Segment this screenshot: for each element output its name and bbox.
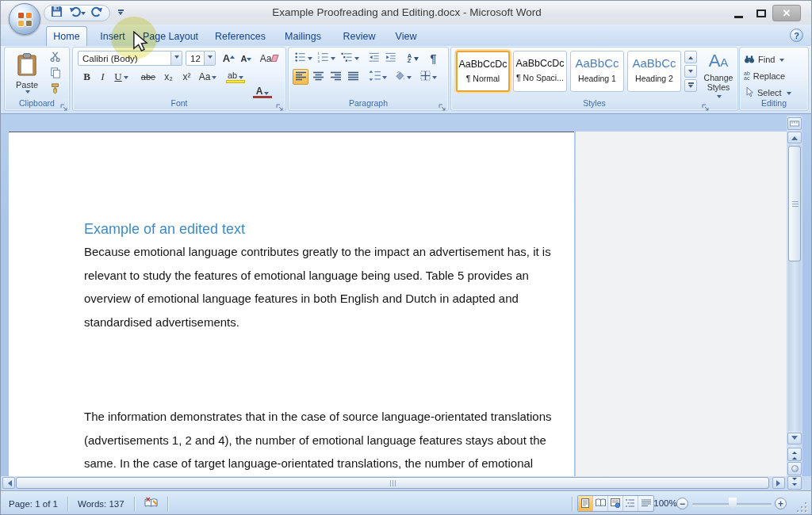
shrink-font-button[interactable]: A	[238, 51, 255, 66]
find-button[interactable]: Find	[744, 52, 806, 67]
align-right-button[interactable]	[327, 69, 343, 85]
subscript-button[interactable]: x₂	[160, 69, 177, 85]
justify-button[interactable]	[345, 69, 361, 85]
tab-mailings[interactable]: Mailings	[276, 26, 330, 46]
font-name-combo[interactable]: Calibri (Body)	[78, 51, 182, 66]
tab-review[interactable]: Review	[336, 26, 382, 46]
ribbon: Paste Clipboard Calibri (Body)	[1, 46, 812, 114]
bullets-button[interactable]	[293, 51, 314, 66]
page-indicator[interactable]: Page: 1 of 1	[6, 495, 61, 513]
replace-button[interactable]: abac Replace	[744, 69, 806, 83]
group-editing: Find abac Replace Select Editing	[739, 47, 809, 111]
paste-button[interactable]: Paste	[10, 50, 44, 99]
bold-button[interactable]: B	[79, 69, 94, 85]
tab-insert[interactable]: Insert	[94, 26, 132, 46]
shading-button[interactable]	[392, 69, 414, 85]
change-case-button[interactable]: Aa	[197, 69, 219, 85]
numbering-button[interactable]: 123	[316, 51, 337, 66]
word-count[interactable]: Words: 137	[75, 495, 128, 513]
horizontal-scroll-thumb[interactable]	[16, 477, 769, 489]
divider	[572, 497, 573, 511]
web-layout-view-button[interactable]	[608, 496, 623, 511]
style-no-spacing[interactable]: AaBbCcDc ¶ No Spaci...	[513, 51, 567, 92]
scroll-left-button[interactable]	[2, 477, 15, 489]
select-browse-object-button[interactable]	[787, 462, 802, 475]
underline-button[interactable]: U	[111, 69, 132, 85]
next-page-button[interactable]	[787, 476, 802, 490]
document-heading: Example of an edited text	[84, 221, 245, 238]
grow-font-button[interactable]: A	[220, 51, 237, 66]
tab-home[interactable]: Home	[46, 26, 87, 46]
paint-bucket-icon	[394, 70, 405, 84]
print-layout-view-button[interactable]	[578, 496, 593, 511]
align-left-button[interactable]	[293, 69, 308, 85]
line-spacing-button[interactable]	[366, 69, 389, 85]
select-cursor-icon	[744, 86, 754, 99]
group-label-clipboard: Clipboard	[6, 98, 68, 109]
scroll-down-button[interactable]	[787, 433, 802, 444]
styles-gallery-up-button[interactable]	[684, 51, 697, 63]
text-line: (advertisements 1, 2 and 4), the number …	[84, 433, 552, 457]
strikethrough-button[interactable]: abe	[138, 69, 159, 85]
close-button[interactable]: ✕	[772, 5, 801, 21]
full-screen-reading-view-button[interactable]	[593, 496, 608, 511]
show-hide-pilcrow-button[interactable]: ¶	[425, 51, 442, 66]
style-heading-2[interactable]: AaBbCc Heading 2	[627, 51, 681, 92]
copy-icon	[50, 67, 61, 82]
resize-grip[interactable]	[797, 502, 808, 513]
chevron-down-icon	[331, 57, 335, 63]
font-dialog-launcher[interactable]	[276, 100, 284, 108]
tab-view[interactable]: View	[387, 26, 425, 46]
format-painter-button[interactable]	[46, 82, 65, 97]
proofing-book-icon: ×	[144, 498, 158, 509]
multilevel-list-button[interactable]	[339, 51, 362, 66]
borders-button[interactable]	[417, 69, 439, 85]
minus-icon: −	[680, 499, 685, 509]
web-layout-icon	[611, 498, 620, 509]
vertical-scroll-thumb[interactable]	[788, 146, 801, 261]
cut-button[interactable]	[46, 51, 65, 66]
font-size-combo[interactable]: 12	[186, 51, 216, 66]
text-line: relevant to study the features of emotio…	[84, 269, 551, 292]
minimize-button[interactable]	[731, 7, 745, 20]
styles-gallery-down-button[interactable]	[684, 65, 697, 78]
off-page-background	[575, 132, 787, 476]
copy-button[interactable]	[46, 67, 65, 82]
sort-button[interactable]: AZ	[404, 51, 423, 66]
ruler-toggle-button[interactable]	[787, 117, 802, 130]
help-button[interactable]: ?	[790, 29, 803, 42]
chevron-down-icon[interactable]	[204, 52, 215, 65]
scroll-up-button[interactable]	[787, 132, 802, 143]
change-styles-button[interactable]: AA Change Styles	[700, 51, 737, 100]
clear-formatting-button[interactable]: Aa	[259, 51, 279, 66]
tab-page-layout[interactable]: Page Layout	[136, 26, 205, 46]
clipboard-dialog-launcher[interactable]	[60, 100, 68, 108]
document-page[interactable]: Example of an edited text Because emotio…	[9, 132, 574, 476]
plus-icon: +	[778, 499, 783, 509]
tab-references[interactable]: References	[211, 26, 270, 46]
styles-dialog-launcher[interactable]	[702, 100, 710, 108]
paragraph-dialog-launcher[interactable]	[439, 100, 446, 108]
increase-indent-button[interactable]	[383, 51, 399, 66]
chevron-down-icon	[407, 76, 412, 82]
chevron-down-icon[interactable]	[170, 52, 182, 65]
zoom-slider-handle[interactable]	[729, 498, 737, 509]
scroll-right-button[interactable]	[772, 477, 785, 489]
italic-button[interactable]: I	[96, 69, 109, 85]
text-highlight-button[interactable]: ab	[224, 69, 247, 85]
style-heading-1[interactable]: AaBbCc Heading 1	[570, 51, 624, 92]
close-icon: ✕	[783, 7, 791, 19]
decrease-indent-button[interactable]	[366, 51, 382, 66]
maximize-button[interactable]	[754, 7, 768, 20]
align-center-button[interactable]	[310, 69, 326, 85]
proofing-status-button[interactable]: ×	[141, 495, 161, 513]
vertical-scroll-track[interactable]	[788, 144, 801, 431]
outline-view-button[interactable]	[623, 496, 638, 511]
superscript-button[interactable]: x²	[178, 69, 195, 85]
styles-gallery-more-button[interactable]	[684, 79, 697, 92]
style-normal[interactable]: AaBbCcDc ¶ Normal	[456, 51, 510, 92]
zoom-out-button[interactable]: −	[676, 498, 688, 509]
office-button[interactable]	[9, 3, 40, 35]
zoom-in-button[interactable]: +	[775, 498, 787, 509]
previous-page-button[interactable]	[787, 448, 802, 461]
